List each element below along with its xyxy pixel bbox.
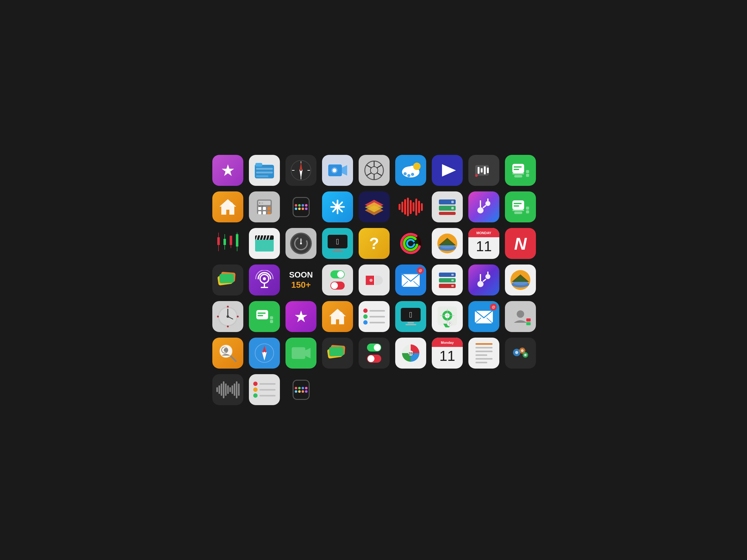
icon-imovie[interactable] <box>432 155 463 186</box>
svg-point-28 <box>413 163 421 170</box>
svg-marker-184 <box>305 348 311 358</box>
icon-mercury-weather[interactable] <box>395 155 426 186</box>
icon-app-store[interactable]: A <box>322 191 353 222</box>
svg-rect-80 <box>514 203 522 204</box>
icon-home[interactable] <box>212 191 243 222</box>
svg-rect-91 <box>236 234 238 246</box>
svg-point-192 <box>515 351 518 354</box>
contact-line <box>369 322 385 323</box>
icon-maps-mac[interactable]: 280 <box>395 338 426 369</box>
icon-capo-2[interactable] <box>468 265 499 295</box>
icon-mango[interactable] <box>432 228 463 259</box>
icon-stock[interactable] <box>212 228 243 259</box>
icon-compass[interactable] <box>285 155 316 186</box>
icon-dbngin-2[interactable] <box>432 265 463 295</box>
toggle-track-on-2 <box>367 344 381 351</box>
icon-suggest[interactable]: ? <box>359 228 390 259</box>
icon-sherlock[interactable] <box>212 338 243 369</box>
icon-coupon[interactable] <box>212 265 243 295</box>
notes-line-5 <box>475 362 488 363</box>
icon-clock[interactable] <box>212 301 243 332</box>
svg-rect-171 <box>526 318 531 321</box>
icon-calendar[interactable]: Monday 11 <box>468 228 499 259</box>
icon-maps[interactable]: ? <box>432 301 463 332</box>
calendar-date: 11 <box>476 238 492 255</box>
reminder-line-1 <box>259 383 276 385</box>
svg-point-48 <box>229 202 233 206</box>
icon-speeko[interactable] <box>505 155 536 186</box>
svg-point-32 <box>411 173 414 176</box>
icon-resolution-2[interactable]:  <box>395 301 426 332</box>
icon-activity[interactable] <box>395 228 426 259</box>
icon-notes[interactable] <box>468 338 499 369</box>
icon-onswitch-2[interactable] <box>359 338 390 369</box>
monitor:  <box>328 235 347 248</box>
svg-line-20 <box>377 165 382 168</box>
icon-mimestream[interactable]: @ <box>395 265 426 295</box>
toggle-row-1 <box>330 270 345 278</box>
icon-mango-2[interactable] <box>505 265 536 295</box>
svg-rect-93 <box>255 235 274 240</box>
icon-coupon-2[interactable] <box>322 338 353 369</box>
icon-calculator[interactable]: + − × = <box>249 191 280 222</box>
icon-mimestream-2[interactable]: @ <box>468 301 499 332</box>
svg-rect-92 <box>255 239 274 251</box>
svg-rect-42 <box>514 175 522 178</box>
svg-rect-79 <box>514 212 522 214</box>
svg-rect-129 <box>451 274 454 276</box>
notes-line-2 <box>475 351 492 352</box>
notes-line-1 <box>475 347 492 348</box>
icon-contacts-dark[interactable] <box>505 301 536 332</box>
news-letter: N <box>514 234 526 254</box>
svg-rect-77 <box>512 201 524 210</box>
icon-resolution[interactable]:  <box>322 228 353 259</box>
reminder-line-3 <box>259 395 276 397</box>
toggle-container <box>330 270 345 290</box>
svg-text:?: ? <box>448 322 451 326</box>
svg-rect-43 <box>514 166 522 167</box>
icon-medicine[interactable] <box>359 265 390 295</box>
icon-speeko-3[interactable] <box>249 301 280 332</box>
icon-screenium[interactable] <box>322 155 353 186</box>
svg-point-72 <box>477 207 484 213</box>
svg-rect-3 <box>256 168 273 170</box>
watch-face <box>292 197 310 217</box>
reminder-row-3 <box>253 393 276 398</box>
icon-watch-app-2[interactable] <box>285 374 316 405</box>
icon-pricetag[interactable]: ★ <box>285 301 316 332</box>
reminder-row-1 <box>253 381 276 386</box>
icon-screenium-2[interactable] <box>285 338 316 369</box>
icon-capo[interactable] <box>468 191 499 222</box>
svg-point-108 <box>407 240 414 247</box>
icon-news[interactable]: N <box>505 228 536 259</box>
reminder-rows <box>253 381 276 398</box>
svg-marker-47 <box>220 199 236 215</box>
icon-soon: SOON 150+ <box>285 265 316 295</box>
icon-speeko-dark[interactable] <box>468 155 499 186</box>
contact-line <box>369 310 385 312</box>
svg-point-157 <box>339 312 343 316</box>
icon-home-2[interactable] <box>322 301 353 332</box>
icon-aperture[interactable] <box>359 155 390 186</box>
icon-safari[interactable] <box>249 338 280 369</box>
icon-silenz[interactable] <box>285 228 316 259</box>
icon-facetime[interactable] <box>505 338 536 369</box>
icon-itunes[interactable]: ★ <box>212 155 243 186</box>
svg-rect-54 <box>258 211 261 214</box>
icon-dbngin[interactable] <box>432 191 463 222</box>
icon-reminders[interactable] <box>249 374 280 405</box>
svg-rect-35 <box>478 167 480 174</box>
icon-podcast[interactable] <box>249 265 280 295</box>
icon-sound-bars-dark[interactable] <box>212 374 243 405</box>
icon-file-browser[interactable] <box>249 155 280 186</box>
icon-contacts[interactable] <box>359 301 390 332</box>
icon-sound-waves[interactable] <box>395 191 426 222</box>
icon-watch-app[interactable] <box>285 191 316 222</box>
mail-badge-2: @ <box>490 303 497 310</box>
icon-onswitch[interactable] <box>322 265 353 295</box>
icon-calendar-2[interactable]: Monday 11 <box>432 338 463 369</box>
icon-speeko-2[interactable] <box>505 191 536 222</box>
icon-layers[interactable] <box>359 191 390 222</box>
icon-claquette[interactable] <box>249 228 280 259</box>
monitor-2:  <box>401 308 421 321</box>
